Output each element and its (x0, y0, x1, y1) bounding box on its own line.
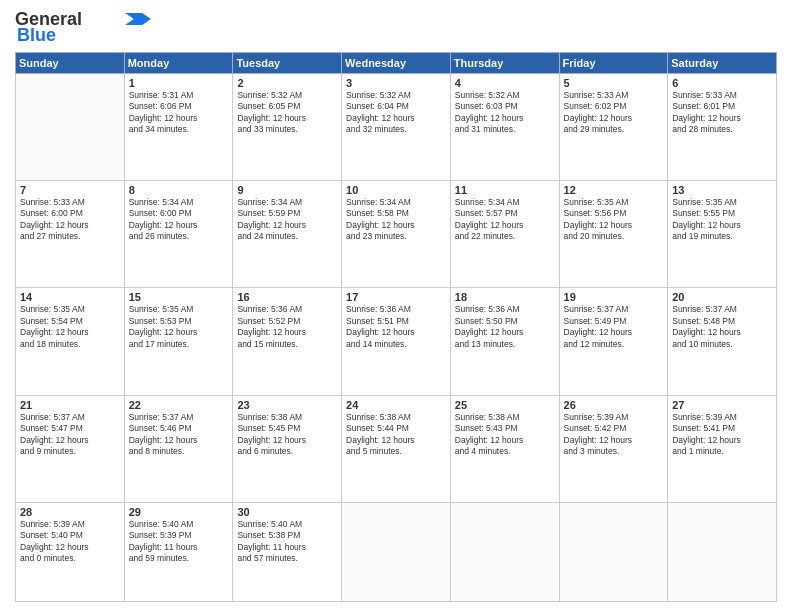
day-header-tuesday: Tuesday (233, 52, 342, 73)
day-number: 17 (346, 291, 446, 303)
day-number: 11 (455, 184, 555, 196)
calendar-cell (342, 502, 451, 601)
day-number: 30 (237, 506, 337, 518)
calendar-header-row: SundayMondayTuesdayWednesdayThursdayFrid… (16, 52, 777, 73)
calendar-cell: 9Sunrise: 5:34 AM Sunset: 5:59 PM Daylig… (233, 180, 342, 287)
day-number: 8 (129, 184, 229, 196)
calendar-cell: 10Sunrise: 5:34 AM Sunset: 5:58 PM Dayli… (342, 180, 451, 287)
day-header-friday: Friday (559, 52, 668, 73)
day-header-thursday: Thursday (450, 52, 559, 73)
calendar-cell: 21Sunrise: 5:37 AM Sunset: 5:47 PM Dayli… (16, 395, 125, 502)
cell-info: Sunrise: 5:35 AM Sunset: 5:53 PM Dayligh… (129, 304, 229, 350)
cell-info: Sunrise: 5:39 AM Sunset: 5:40 PM Dayligh… (20, 519, 120, 565)
calendar-cell: 17Sunrise: 5:36 AM Sunset: 5:51 PM Dayli… (342, 288, 451, 395)
day-number: 28 (20, 506, 120, 518)
calendar-cell: 23Sunrise: 5:38 AM Sunset: 5:45 PM Dayli… (233, 395, 342, 502)
header: General Blue (15, 10, 777, 46)
calendar-cell: 30Sunrise: 5:40 AM Sunset: 5:38 PM Dayli… (233, 502, 342, 601)
calendar-cell: 27Sunrise: 5:39 AM Sunset: 5:41 PM Dayli… (668, 395, 777, 502)
day-number: 25 (455, 399, 555, 411)
day-number: 21 (20, 399, 120, 411)
calendar-cell: 25Sunrise: 5:38 AM Sunset: 5:43 PM Dayli… (450, 395, 559, 502)
logo-blue: Blue (17, 26, 56, 46)
cell-info: Sunrise: 5:34 AM Sunset: 6:00 PM Dayligh… (129, 197, 229, 243)
calendar-cell: 1Sunrise: 5:31 AM Sunset: 6:06 PM Daylig… (124, 73, 233, 180)
calendar-cell (668, 502, 777, 601)
day-header-wednesday: Wednesday (342, 52, 451, 73)
day-number: 18 (455, 291, 555, 303)
day-header-saturday: Saturday (668, 52, 777, 73)
day-number: 23 (237, 399, 337, 411)
calendar-cell: 24Sunrise: 5:38 AM Sunset: 5:44 PM Dayli… (342, 395, 451, 502)
calendar-cell (16, 73, 125, 180)
day-number: 9 (237, 184, 337, 196)
day-number: 12 (564, 184, 664, 196)
calendar-cell: 8Sunrise: 5:34 AM Sunset: 6:00 PM Daylig… (124, 180, 233, 287)
day-number: 3 (346, 77, 446, 89)
day-header-sunday: Sunday (16, 52, 125, 73)
calendar-cell: 6Sunrise: 5:33 AM Sunset: 6:01 PM Daylig… (668, 73, 777, 180)
cell-info: Sunrise: 5:33 AM Sunset: 6:01 PM Dayligh… (672, 90, 772, 136)
calendar-cell: 11Sunrise: 5:34 AM Sunset: 5:57 PM Dayli… (450, 180, 559, 287)
cell-info: Sunrise: 5:34 AM Sunset: 5:57 PM Dayligh… (455, 197, 555, 243)
day-number: 10 (346, 184, 446, 196)
day-header-monday: Monday (124, 52, 233, 73)
cell-info: Sunrise: 5:31 AM Sunset: 6:06 PM Dayligh… (129, 90, 229, 136)
cell-info: Sunrise: 5:36 AM Sunset: 5:50 PM Dayligh… (455, 304, 555, 350)
cell-info: Sunrise: 5:37 AM Sunset: 5:47 PM Dayligh… (20, 412, 120, 458)
cell-info: Sunrise: 5:36 AM Sunset: 5:51 PM Dayligh… (346, 304, 446, 350)
day-number: 22 (129, 399, 229, 411)
calendar-cell: 4Sunrise: 5:32 AM Sunset: 6:03 PM Daylig… (450, 73, 559, 180)
cell-info: Sunrise: 5:32 AM Sunset: 6:03 PM Dayligh… (455, 90, 555, 136)
calendar-cell: 26Sunrise: 5:39 AM Sunset: 5:42 PM Dayli… (559, 395, 668, 502)
cell-info: Sunrise: 5:37 AM Sunset: 5:49 PM Dayligh… (564, 304, 664, 350)
cell-info: Sunrise: 5:37 AM Sunset: 5:46 PM Dayligh… (129, 412, 229, 458)
cell-info: Sunrise: 5:34 AM Sunset: 5:59 PM Dayligh… (237, 197, 337, 243)
day-number: 29 (129, 506, 229, 518)
day-number: 26 (564, 399, 664, 411)
cell-info: Sunrise: 5:40 AM Sunset: 5:38 PM Dayligh… (237, 519, 337, 565)
cell-info: Sunrise: 5:36 AM Sunset: 5:52 PM Dayligh… (237, 304, 337, 350)
page: General Blue SundayMondayTuesdayWednesda… (0, 0, 792, 612)
cell-info: Sunrise: 5:35 AM Sunset: 5:55 PM Dayligh… (672, 197, 772, 243)
calendar-cell: 19Sunrise: 5:37 AM Sunset: 5:49 PM Dayli… (559, 288, 668, 395)
cell-info: Sunrise: 5:32 AM Sunset: 6:05 PM Dayligh… (237, 90, 337, 136)
day-number: 13 (672, 184, 772, 196)
day-number: 19 (564, 291, 664, 303)
calendar-cell: 7Sunrise: 5:33 AM Sunset: 6:00 PM Daylig… (16, 180, 125, 287)
day-number: 27 (672, 399, 772, 411)
calendar-cell: 29Sunrise: 5:40 AM Sunset: 5:39 PM Dayli… (124, 502, 233, 601)
cell-info: Sunrise: 5:32 AM Sunset: 6:04 PM Dayligh… (346, 90, 446, 136)
calendar-cell: 20Sunrise: 5:37 AM Sunset: 5:48 PM Dayli… (668, 288, 777, 395)
calendar-cell: 13Sunrise: 5:35 AM Sunset: 5:55 PM Dayli… (668, 180, 777, 287)
calendar-cell (559, 502, 668, 601)
calendar-table: SundayMondayTuesdayWednesdayThursdayFrid… (15, 52, 777, 602)
cell-info: Sunrise: 5:38 AM Sunset: 5:44 PM Dayligh… (346, 412, 446, 458)
day-number: 24 (346, 399, 446, 411)
day-number: 14 (20, 291, 120, 303)
calendar-cell: 28Sunrise: 5:39 AM Sunset: 5:40 PM Dayli… (16, 502, 125, 601)
cell-info: Sunrise: 5:33 AM Sunset: 6:00 PM Dayligh… (20, 197, 120, 243)
cell-info: Sunrise: 5:37 AM Sunset: 5:48 PM Dayligh… (672, 304, 772, 350)
calendar-cell: 15Sunrise: 5:35 AM Sunset: 5:53 PM Dayli… (124, 288, 233, 395)
cell-info: Sunrise: 5:35 AM Sunset: 5:54 PM Dayligh… (20, 304, 120, 350)
day-number: 4 (455, 77, 555, 89)
day-number: 20 (672, 291, 772, 303)
cell-info: Sunrise: 5:35 AM Sunset: 5:56 PM Dayligh… (564, 197, 664, 243)
calendar-cell: 18Sunrise: 5:36 AM Sunset: 5:50 PM Dayli… (450, 288, 559, 395)
cell-info: Sunrise: 5:34 AM Sunset: 5:58 PM Dayligh… (346, 197, 446, 243)
calendar-cell: 12Sunrise: 5:35 AM Sunset: 5:56 PM Dayli… (559, 180, 668, 287)
day-number: 15 (129, 291, 229, 303)
day-number: 2 (237, 77, 337, 89)
calendar-cell: 22Sunrise: 5:37 AM Sunset: 5:46 PM Dayli… (124, 395, 233, 502)
calendar-cell: 14Sunrise: 5:35 AM Sunset: 5:54 PM Dayli… (16, 288, 125, 395)
calendar-cell: 3Sunrise: 5:32 AM Sunset: 6:04 PM Daylig… (342, 73, 451, 180)
day-number: 6 (672, 77, 772, 89)
day-number: 7 (20, 184, 120, 196)
cell-info: Sunrise: 5:40 AM Sunset: 5:39 PM Dayligh… (129, 519, 229, 565)
day-number: 1 (129, 77, 229, 89)
calendar-cell: 16Sunrise: 5:36 AM Sunset: 5:52 PM Dayli… (233, 288, 342, 395)
cell-info: Sunrise: 5:38 AM Sunset: 5:45 PM Dayligh… (237, 412, 337, 458)
cell-info: Sunrise: 5:38 AM Sunset: 5:43 PM Dayligh… (455, 412, 555, 458)
cell-info: Sunrise: 5:39 AM Sunset: 5:42 PM Dayligh… (564, 412, 664, 458)
